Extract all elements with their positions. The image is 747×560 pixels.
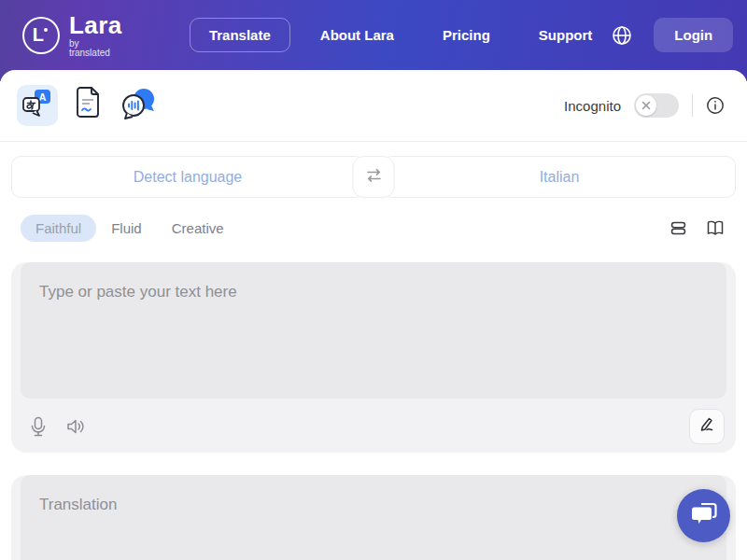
lara-logo-icon: L	[22, 17, 60, 54]
document-translate-icon	[74, 87, 102, 124]
speaker-icon[interactable]	[65, 417, 86, 436]
translation-placeholder: Translation	[21, 475, 726, 535]
text-translate-icon: A	[21, 87, 54, 124]
text-translate-mode-button[interactable]: A	[17, 85, 58, 126]
tab-creative[interactable]: Creative	[157, 215, 239, 242]
source-text-panel: Type or paste your text here	[11, 262, 736, 453]
top-navigation-bar: L Lara by translated Translate About Lar…	[0, 0, 747, 81]
source-placeholder: Type or paste your text here	[21, 262, 726, 322]
nav-item-about-lara[interactable]: About Lara	[302, 19, 413, 51]
logo-title: Lara	[69, 13, 122, 37]
source-textarea[interactable]: Type or paste your text here	[21, 262, 726, 399]
history-stack-icon[interactable]	[669, 219, 687, 237]
main-nav: Translate About Lara Pricing Support	[190, 18, 611, 52]
swap-languages-icon	[364, 166, 383, 189]
translation-output-panel: Translation	[11, 475, 736, 560]
swap-languages-button[interactable]	[353, 156, 395, 198]
target-language-selector[interactable]: Italian	[383, 156, 736, 198]
mode-toolbar: A	[0, 70, 747, 142]
source-language-selector[interactable]: Detect language	[11, 156, 364, 198]
handwriting-edit-button[interactable]	[689, 409, 725, 444]
speech-translate-mode-button[interactable]	[118, 85, 159, 126]
toggle-x-icon	[636, 95, 656, 116]
chat-icon	[690, 501, 718, 531]
incognito-label: Incognito	[564, 98, 621, 114]
document-translate-mode-button[interactable]	[67, 85, 108, 126]
main-content: A	[0, 70, 747, 560]
speech-translate-icon	[120, 88, 156, 123]
support-chat-button[interactable]	[677, 489, 730, 542]
nav-item-support[interactable]: Support	[520, 19, 612, 51]
translation-output-area: Translation	[21, 475, 726, 560]
info-icon[interactable]	[706, 96, 725, 115]
language-selector-bar: Detect language Italian	[0, 142, 747, 198]
toolbar-divider	[692, 94, 693, 117]
lara-logo[interactable]: L Lara by translated	[22, 13, 122, 58]
tab-fluid[interactable]: Fluid	[96, 215, 157, 242]
edit-pen-icon	[698, 416, 715, 437]
tab-faithful[interactable]: Faithful	[21, 215, 96, 242]
nav-item-pricing[interactable]: Pricing	[424, 19, 509, 51]
incognito-toggle[interactable]	[634, 93, 679, 118]
login-button[interactable]: Login	[654, 18, 733, 52]
nav-item-translate[interactable]: Translate	[190, 18, 290, 52]
mic-icon[interactable]	[30, 416, 47, 437]
logo-subtitle: by translated	[69, 39, 122, 58]
dictionary-icon[interactable]	[706, 219, 725, 237]
translation-style-tabs: Faithful Fluid Creative	[0, 198, 747, 253]
globe-icon[interactable]	[611, 24, 633, 47]
